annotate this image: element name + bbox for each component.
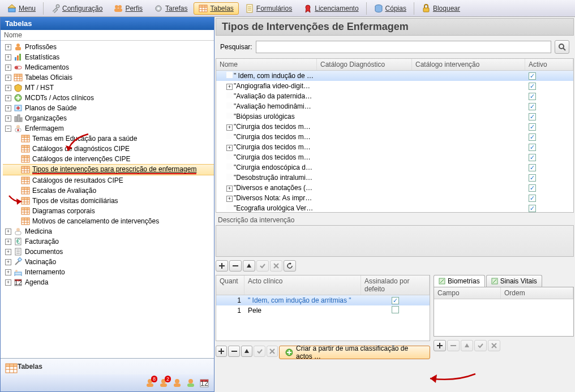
- criar-classificacao-button[interactable]: Criar a partir de uma classificação de a…: [279, 346, 430, 359]
- checkbox[interactable]: ✓: [529, 83, 536, 90]
- tree-item[interactable]: +Organizações: [3, 113, 214, 123]
- tree-item[interactable]: +Medicina: [3, 226, 214, 236]
- checkbox[interactable]: ✓: [529, 72, 536, 80]
- grid-row[interactable]: +"Cirurgia dos tecidos moles✓: [216, 142, 573, 152]
- tree-item[interactable]: Motivos de cancelamento de intervenções: [3, 216, 214, 226]
- acto-cancel-button[interactable]: [267, 346, 278, 357]
- confirm-button[interactable]: [256, 260, 269, 272]
- tarefas-button[interactable]: Tarefas: [149, 2, 192, 15]
- row-expander-icon[interactable]: [226, 102, 233, 109]
- col-cat-int[interactable]: Catálogo intervenção: [412, 59, 525, 70]
- expander-icon[interactable]: +: [5, 269, 11, 275]
- tab-add-button[interactable]: [434, 340, 446, 351]
- col-acto[interactable]: Acto clínico: [244, 275, 361, 295]
- perfis-button[interactable]: Perfis: [109, 2, 148, 15]
- col-cat-diag[interactable]: Catálogo Diagnóstico: [317, 59, 412, 70]
- row-expander-icon[interactable]: [226, 204, 233, 210]
- checkbox[interactable]: ✓: [529, 144, 536, 151]
- acto-add-button[interactable]: [216, 346, 227, 357]
- row-expander-icon[interactable]: +: [226, 196, 233, 202]
- acto-up-button[interactable]: [241, 346, 252, 357]
- grid-row[interactable]: +"Diversos e anotações (inclui …✓: [216, 183, 573, 193]
- expander-icon[interactable]: +: [5, 95, 11, 101]
- expander-icon[interactable]: +: [5, 249, 11, 255]
- acto-row[interactable]: 1Pele: [216, 305, 430, 316]
- bloquear-button[interactable]: Bloquear: [417, 2, 465, 15]
- row-expander-icon[interactable]: [226, 72, 233, 78]
- expander-icon[interactable]: +: [5, 105, 11, 111]
- menu-button[interactable]: Menu: [2, 2, 41, 15]
- col-quant[interactable]: Quant: [216, 275, 244, 295]
- expander-icon[interactable]: +: [5, 54, 11, 61]
- tree-item[interactable]: Catálogos de resultados CIPE: [3, 175, 214, 186]
- refresh-button[interactable]: [284, 260, 296, 272]
- col-assinalado[interactable]: Assinalado por defeito: [361, 275, 430, 295]
- grid-row[interactable]: "Avaliação da paternidade, í…✓: [216, 91, 573, 101]
- status-icon-1[interactable]: 8: [145, 378, 155, 388]
- up-button[interactable]: [243, 260, 255, 272]
- status-icon-3[interactable]: [172, 378, 182, 388]
- tree-item[interactable]: +Medicamentos: [3, 62, 214, 72]
- grid-row[interactable]: "Cirurgia endoscópica do seg…✓: [216, 162, 573, 173]
- tree-item[interactable]: +Profissões: [3, 42, 214, 52]
- acto-row[interactable]: 1" Idem, com indução de arritmias "✓: [216, 295, 430, 305]
- row-expander-icon[interactable]: [226, 113, 233, 119]
- expander-icon[interactable]: +: [5, 259, 11, 265]
- tab-cancel-button[interactable]: [488, 340, 500, 351]
- expander-icon[interactable]: +: [5, 85, 11, 91]
- tab-remove-button[interactable]: [447, 340, 460, 351]
- row-expander-icon[interactable]: +: [226, 186, 233, 192]
- search-input[interactable]: [256, 41, 551, 53]
- checkbox[interactable]: ✓: [529, 174, 536, 182]
- tree-item[interactable]: Temas em Educação para a saúde: [3, 133, 214, 144]
- checkbox[interactable]: ✓: [529, 103, 536, 110]
- tree-item[interactable]: +Tabelas Oficiais: [3, 72, 214, 83]
- checkbox[interactable]: ✓: [529, 184, 536, 192]
- grid-row[interactable]: "Ecografia urológica Ver Cod.…✓: [216, 203, 573, 212]
- checkbox[interactable]: ✓: [529, 154, 536, 161]
- col-ordem[interactable]: Ordem: [501, 287, 573, 299]
- tab-confirm-button[interactable]: [474, 340, 487, 351]
- row-expander-icon[interactable]: +: [226, 145, 233, 151]
- tree-item[interactable]: +12Agenda: [3, 277, 214, 287]
- tree-item[interactable]: +MT / HST: [3, 83, 214, 93]
- row-expander-icon[interactable]: +: [226, 84, 233, 90]
- checkbox[interactable]: ✓: [529, 123, 536, 131]
- tree-item[interactable]: Tipos de visitas domiciliárias: [3, 196, 214, 206]
- col-nome[interactable]: Nome: [216, 59, 317, 70]
- grid-row[interactable]: " Idem, com indução de arrit…✓: [216, 71, 573, 81]
- status-icon-4[interactable]: [186, 378, 196, 388]
- tree-item[interactable]: +Estatísticas: [3, 52, 214, 62]
- expander-icon[interactable]: +: [5, 239, 11, 245]
- tree-item[interactable]: +Planos de Saúde: [3, 103, 214, 113]
- tab-biometrias[interactable]: Biometrias: [434, 275, 485, 287]
- copias-button[interactable]: Cópias: [369, 2, 411, 15]
- grid-row[interactable]: "Cirurgia dos tecidos moles✓: [216, 152, 573, 162]
- expander-icon[interactable]: −: [5, 126, 11, 132]
- row-expander-icon[interactable]: +: [226, 124, 233, 131]
- checkbox[interactable]: ✓: [529, 205, 536, 212]
- licenciamento-button[interactable]: Licenciamento: [298, 2, 363, 15]
- tree-item[interactable]: +MCDTs / Actos clínicos: [3, 93, 214, 103]
- tree-item[interactable]: +Internamento: [3, 267, 214, 277]
- add-button[interactable]: [216, 260, 228, 272]
- expander-icon[interactable]: +: [5, 229, 11, 235]
- checkbox[interactable]: ✓: [529, 195, 536, 202]
- checkbox[interactable]: ✓: [529, 133, 536, 141]
- acto-confirm-button[interactable]: [254, 346, 265, 357]
- desc-textarea[interactable]: [216, 225, 574, 257]
- expander-icon[interactable]: +: [5, 64, 11, 71]
- row-expander-icon[interactable]: [226, 92, 233, 98]
- grid-row[interactable]: +"Diversos Nota: As impressõ…✓: [216, 193, 573, 203]
- acto-remove-button[interactable]: [228, 346, 239, 357]
- checkbox[interactable]: ✓: [529, 93, 536, 100]
- grid-row[interactable]: "Avaliação hemodinâmica art…✓: [216, 101, 573, 111]
- tree-item[interactable]: Catálogos de diagnósticos CIPE: [3, 144, 214, 154]
- tabelas-button[interactable]: Tabelas: [194, 2, 238, 15]
- tab-sinais-vitais[interactable]: Sinais Vitais: [486, 275, 542, 287]
- checkbox[interactable]: ✓: [529, 164, 536, 171]
- checkbox[interactable]: ✓: [392, 297, 399, 304]
- row-expander-icon[interactable]: [226, 153, 233, 160]
- checkbox[interactable]: [392, 306, 399, 313]
- tree-item[interactable]: +Documentos: [3, 247, 214, 257]
